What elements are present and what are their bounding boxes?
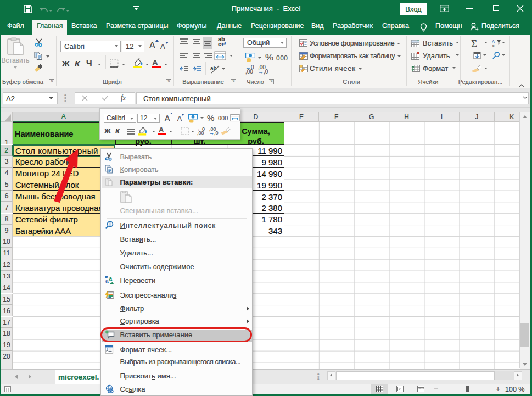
svg-text:а: а — [105, 278, 109, 284]
svg-text:я: я — [492, 43, 495, 48]
svg-text:ab: ab — [210, 65, 217, 71]
svg-text:а: а — [109, 276, 112, 282]
